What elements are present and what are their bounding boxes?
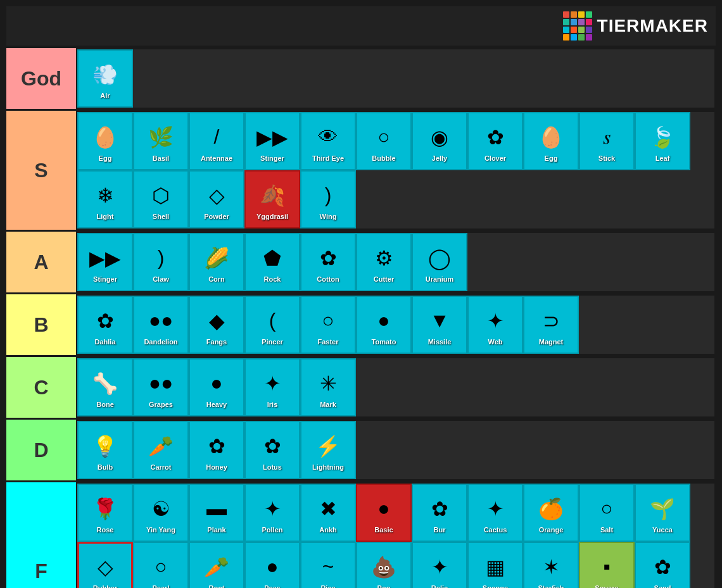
item-basic[interactable]: ●Basic [356, 484, 412, 542]
tier-row-b: B✿Dahlia●●Dandelion◆Fangs(Pincer○Faster●… [6, 294, 716, 355]
relic-label: Relic [430, 584, 449, 588]
item-light[interactable]: ❄Light [77, 170, 133, 228]
item-faster[interactable]: ○Faster [300, 296, 356, 354]
tier-items-c: 🦴Bone●●Grapes●Heavy✦Iris✳Mark [76, 357, 716, 418]
item-fangs[interactable]: ◆Fangs [189, 296, 244, 354]
yucca-label: Yucca [651, 526, 674, 534]
item-relic[interactable]: ✦Relic [412, 542, 467, 588]
item-magnet[interactable]: ⊃Magnet [523, 296, 579, 354]
item-cactus[interactable]: ✦Cactus [467, 484, 523, 542]
item-rose[interactable]: 🌹Rose [77, 484, 133, 542]
item-iris[interactable]: ✦Iris [244, 358, 300, 416]
item-cotton[interactable]: ✿Cotton [300, 233, 356, 291]
plank-label: Plank [206, 526, 227, 534]
item-web[interactable]: ✦Web [467, 296, 523, 354]
item-stinger[interactable]: ▶▶Stinger [77, 233, 133, 291]
item-honey[interactable]: ✿Honey [189, 421, 244, 479]
item-root[interactable]: 🥕Root [189, 542, 244, 588]
item-air[interactable]: 💨Air [77, 49, 133, 108]
corn-icon: 🌽 [200, 241, 234, 275]
item-poo[interactable]: 💩Poo [356, 542, 412, 588]
item-salt[interactable]: ○Salt [579, 484, 635, 542]
item-yin-yang[interactable]: ☯Yin Yang [133, 484, 189, 542]
item-shell[interactable]: ⬡Shell [133, 170, 189, 228]
stinger-label: Stinger [92, 275, 118, 283]
item-leaf[interactable]: 🍃Leaf [635, 112, 690, 170]
item-tomato[interactable]: ●Tomato [356, 296, 412, 354]
item-rice[interactable]: ~Rice [300, 542, 356, 588]
item-peas[interactable]: ●Peas [244, 542, 300, 588]
item-uranium[interactable]: ◯Uranium [412, 233, 467, 291]
tier-label-c: C [6, 357, 76, 418]
item-bubble[interactable]: ○Bubble [356, 112, 412, 170]
air-label: Air [99, 92, 111, 99]
item-egg[interactable]: 🥚Egg [523, 112, 579, 170]
item-ankh[interactable]: ✖Ankh [300, 484, 356, 542]
basil-icon: 🌿 [144, 120, 179, 154]
pincer-icon: ( [255, 303, 290, 338]
item-heavy[interactable]: ●Heavy [189, 358, 244, 416]
item-bulb[interactable]: 💡Bulb [77, 421, 133, 479]
item-square[interactable]: ▪Square [579, 542, 635, 588]
item-jelly[interactable]: ◉Jelly [412, 112, 467, 170]
item-sponge[interactable]: ▦Sponge [467, 542, 523, 588]
pearl-label: Pearl [151, 584, 171, 588]
item-grapes[interactable]: ●●Grapes [133, 358, 189, 416]
item-sand[interactable]: ✿Sand [635, 542, 690, 588]
pincer-label: Pincer [260, 338, 284, 346]
item-stinger[interactable]: ▶▶Stinger [244, 112, 300, 170]
third-eye-icon: 👁 [311, 120, 346, 154]
item-yucca[interactable]: 🌱Yucca [635, 484, 690, 542]
mark-icon: ✳ [311, 366, 346, 401]
item-carrot[interactable]: 🥕Carrot [133, 421, 189, 479]
powder-icon: ◇ [200, 178, 234, 213]
tier-row-d: D💡Bulb🥕Carrot✿Honey✿Lotus⚡Lightning [6, 420, 716, 480]
item-dandelion[interactable]: ●●Dandelion [133, 296, 189, 354]
iris-label: Iris [266, 401, 279, 408]
item-starfish[interactable]: ✶Starfish [523, 542, 579, 588]
item-plank[interactable]: ▬Plank [189, 484, 244, 542]
corn-label: Corn [207, 275, 226, 283]
tier-items-f: 🌹Rose☯Yin Yang▬Plank✦Pollen✖Ankh●Basic✿B… [76, 482, 716, 588]
item-cutter[interactable]: ⚙Cutter [356, 233, 412, 291]
item-pincer[interactable]: (Pincer [244, 296, 300, 354]
tier-row-god: God💨Air [6, 48, 716, 109]
item-clover[interactable]: ✿Clover [467, 112, 523, 170]
lotus-label: Lotus [262, 463, 283, 471]
tier-label-god: God [6, 48, 76, 109]
fangs-icon: ◆ [200, 303, 234, 338]
egg-icon: 🥚 [534, 120, 569, 154]
item-lightning[interactable]: ⚡Lightning [300, 421, 356, 479]
item-pollen[interactable]: ✦Pollen [244, 484, 300, 542]
basil-label: Basil [151, 154, 170, 162]
item-third-eye[interactable]: 👁Third Eye [300, 112, 356, 170]
item-claw[interactable]: )Claw [133, 233, 189, 291]
stinger-icon: ▶▶ [255, 120, 290, 154]
egg-label: Egg [543, 154, 559, 162]
missile-icon: ▼ [422, 303, 457, 338]
item-dahlia[interactable]: ✿Dahlia [77, 296, 133, 354]
item-missile[interactable]: ▼Missile [412, 296, 467, 354]
item-stick[interactable]: 𝑠Stick [579, 112, 635, 170]
item-egg[interactable]: 🥚Egg [77, 112, 133, 170]
rose-label: Rose [96, 526, 115, 534]
item-rock[interactable]: ⬟Rock [244, 233, 300, 291]
item-orange[interactable]: 🍊Orange [523, 484, 579, 542]
item-lotus[interactable]: ✿Lotus [244, 421, 300, 479]
poo-icon: 💩 [367, 549, 402, 584]
item-bone[interactable]: 🦴Bone [77, 358, 133, 416]
item-rubber[interactable]: ◇Rubber [77, 542, 133, 588]
item-pearl[interactable]: ○Pearl [133, 542, 189, 588]
rice-icon: ~ [311, 549, 346, 584]
item-basil[interactable]: 🌿Basil [133, 112, 189, 170]
item-mark[interactable]: ✳Mark [300, 358, 356, 416]
item-antennae[interactable]: /Antennae [189, 112, 244, 170]
item-powder[interactable]: ◇Powder [189, 170, 244, 228]
item-corn[interactable]: 🌽Corn [189, 233, 244, 291]
item-yggdrasil[interactable]: 🍂Yggdrasil [244, 170, 300, 228]
bulb-icon: 💡 [88, 428, 123, 463]
mark-label: Mark [319, 401, 338, 408]
item-wing[interactable]: )Wing [300, 170, 356, 228]
item-bur[interactable]: ✿Bur [412, 484, 467, 542]
orange-icon: 🍊 [534, 491, 569, 526]
